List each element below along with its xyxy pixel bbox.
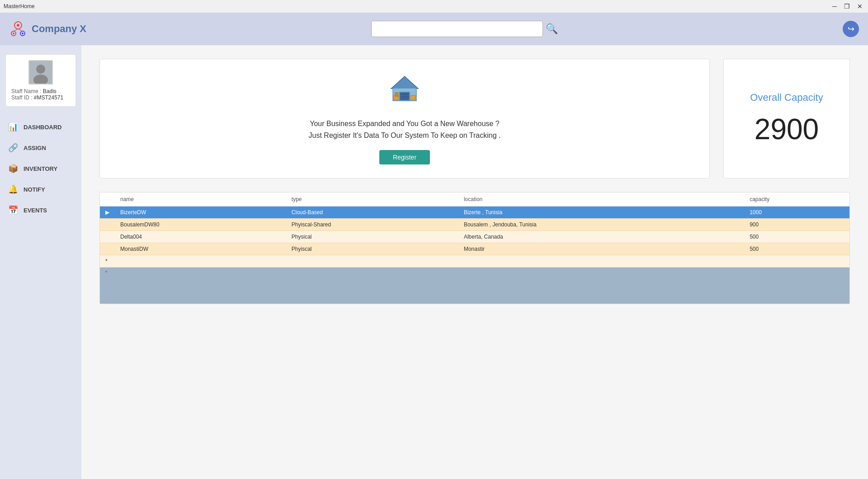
svg-point-7	[22, 33, 24, 34]
col-type: type	[286, 193, 458, 207]
row-arrow: ▶	[100, 207, 115, 219]
notify-label: NOTIFY	[24, 186, 45, 193]
assign-label: ASSIGN	[24, 145, 46, 151]
content-area: Your Business Expanded and You Got a New…	[81, 45, 868, 479]
row-name: Delta004	[115, 231, 286, 243]
table-header-row: name type location capacity	[100, 193, 849, 207]
dashboard-label: DASHBOARD	[24, 124, 62, 131]
row-location: Bousalem , Jendouba, Tunisia	[458, 219, 744, 231]
events-icon: 📅	[7, 204, 19, 216]
warehouse-icon	[387, 73, 423, 111]
dashboard-icon: 📊	[7, 121, 19, 133]
restore-button[interactable]: ❐	[842, 3, 852, 10]
svg-line-4	[18, 29, 23, 31]
table-row[interactable]: BousalemDW80Phyiscal-SharedBousalem , Je…	[100, 219, 849, 231]
top-header: Company X 🔍 ↪	[0, 13, 868, 45]
arrow-icon: ↪	[848, 24, 854, 34]
table-row[interactable]: ▶BizerteDWCloud-BasedBizerte , Tunisia10…	[100, 207, 849, 219]
register-text: Your Business Expanded and You Got a New…	[309, 118, 501, 141]
row-type: Phyiscal	[286, 243, 458, 255]
top-cards: Your Business Expanded and You Got a New…	[99, 59, 850, 178]
header-right: ↪	[843, 21, 859, 37]
sidebar-item-inventory[interactable]: 📦 INVENTORY	[0, 158, 81, 179]
sidebar: Staff Name : Badis Staff ID : #MST24571 …	[0, 45, 81, 479]
row-location: Bizerte , Tunisia	[458, 207, 744, 219]
search-icon: 🔍	[546, 23, 558, 34]
col-name: name	[115, 193, 286, 207]
register-card: Your Business Expanded and You Got a New…	[99, 59, 710, 178]
capacity-value: 2900	[755, 113, 819, 146]
svg-rect-14	[400, 93, 409, 100]
svg-rect-19	[395, 93, 398, 96]
row-arrow	[100, 219, 115, 231]
row-capacity: 500	[744, 231, 849, 243]
row-type: Phyiscal-Shared	[286, 219, 458, 231]
row-capacity: 500	[744, 243, 849, 255]
minimize-button[interactable]: ─	[830, 3, 839, 10]
col-arrow	[100, 193, 115, 207]
row-name: BousalemDW80	[115, 219, 286, 231]
warehouse-svg	[387, 73, 423, 104]
table-row[interactable]: MonastiDWPhyiscalMonastir500	[100, 243, 849, 255]
staff-id-value: #MST24571	[34, 94, 63, 101]
search-input[interactable]	[371, 21, 543, 37]
table-new-row[interactable]: *	[100, 255, 849, 268]
row-arrow	[100, 231, 115, 243]
staff-info: Staff Name : Badis Staff ID : #MST24571	[11, 88, 70, 101]
register-line1: Your Business Expanded and You Got a New…	[309, 118, 501, 130]
table-footer: *	[100, 268, 849, 304]
company-name: Company X	[32, 23, 86, 35]
events-label: EVENTS	[24, 207, 47, 214]
warehouse-table: name type location capacity ▶BizerteDWCl…	[100, 193, 849, 268]
svg-rect-18	[411, 95, 415, 100]
row-name: MonastiDW	[115, 243, 286, 255]
svg-point-6	[13, 33, 14, 34]
register-button[interactable]: Register	[379, 150, 430, 164]
row-location: Alberta, Canada	[458, 231, 744, 243]
svg-line-3	[14, 29, 18, 31]
assign-icon: 🔗	[7, 142, 19, 154]
close-button[interactable]: ✕	[855, 3, 864, 10]
main-layout: Staff Name : Badis Staff ID : #MST24571 …	[0, 45, 868, 479]
register-line2: Just Register It's Data To Our System To…	[309, 130, 501, 141]
logo-area: Company X	[9, 20, 86, 38]
row-location: Monastir	[458, 243, 744, 255]
capacity-title: Overall Capacity	[750, 92, 823, 103]
window-controls: ─ ❐ ✕	[830, 3, 864, 10]
staff-id-label: Staff ID :	[11, 94, 32, 101]
avatar	[28, 60, 53, 85]
sidebar-item-notify[interactable]: 🔔 NOTIFY	[0, 179, 81, 200]
avatar-image	[29, 61, 52, 84]
svg-point-5	[17, 24, 19, 27]
staff-id-row: Staff ID : #MST24571	[11, 94, 70, 101]
staff-name-value: Badis	[43, 88, 57, 94]
sidebar-item-dashboard[interactable]: 📊 DASHBOARD	[0, 117, 81, 137]
sidebar-item-events[interactable]: 📅 EVENTS	[0, 200, 81, 221]
table-footer-symbol: *	[105, 270, 107, 275]
window-title: MasterHome	[4, 3, 35, 9]
col-location: location	[458, 193, 744, 207]
navigation-icon[interactable]: ↪	[843, 21, 859, 37]
company-logo	[9, 20, 27, 38]
row-type: Cloud-Based	[286, 207, 458, 219]
col-capacity: capacity	[744, 193, 849, 207]
nav-menu: 📊 DASHBOARD 🔗 ASSIGN 📦 INVENTORY 🔔 NOTIF…	[0, 117, 81, 221]
notify-icon: 🔔	[7, 183, 19, 195]
inventory-label: INVENTORY	[24, 165, 57, 172]
row-capacity: 900	[744, 219, 849, 231]
staff-name-label: Staff Name :	[11, 88, 41, 94]
staff-card: Staff Name : Badis Staff ID : #MST24571	[5, 54, 76, 107]
search-button[interactable]: 🔍	[546, 21, 558, 37]
inventory-icon: 📦	[7, 163, 19, 174]
row-type: Physical	[286, 231, 458, 243]
capacity-card: Overall Capacity 2900	[723, 59, 850, 178]
row-arrow	[100, 243, 115, 255]
sidebar-item-assign[interactable]: 🔗 ASSIGN	[0, 137, 81, 158]
staff-name-row: Staff Name : Badis	[11, 88, 70, 94]
row-capacity: 1000	[744, 207, 849, 219]
table-row[interactable]: Delta004PhysicalAlberta, Canada500	[100, 231, 849, 243]
row-name: BizerteDW	[115, 207, 286, 219]
title-bar: MasterHome ─ ❐ ✕	[0, 0, 868, 13]
svg-marker-11	[391, 76, 418, 89]
search-area: 🔍	[95, 21, 834, 37]
